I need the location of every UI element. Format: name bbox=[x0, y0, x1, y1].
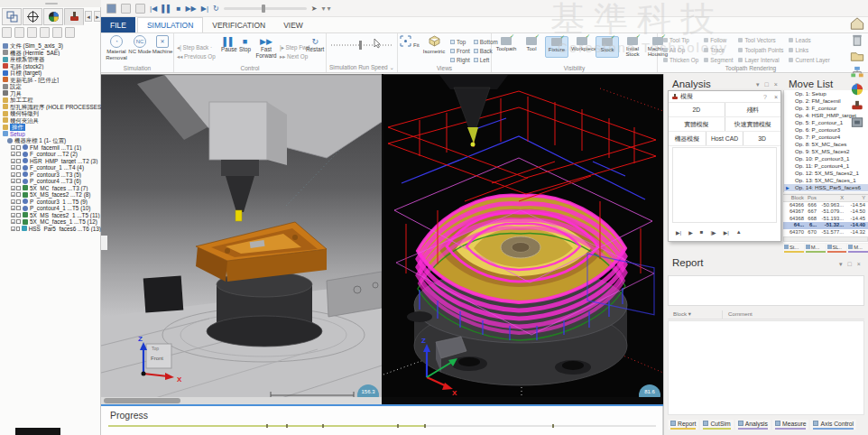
qa-open-icon[interactable] bbox=[121, 4, 131, 14]
qa-fast-forward-icon[interactable]: ▶▶ bbox=[185, 4, 196, 14]
move-panel-tab[interactable]: St... bbox=[783, 244, 804, 253]
qa-dropdown-icon[interactable]: ▾ ▾ bbox=[321, 4, 330, 14]
ribbon-tab[interactable]: FILE bbox=[101, 17, 135, 32]
move-panel-tab[interactable]: M... bbox=[805, 244, 826, 253]
tree-item[interactable]: + P_contour3 ...T3 (5) bbox=[0, 171, 101, 179]
sim-mode-button[interactable]: Host CAD bbox=[706, 132, 744, 145]
dialog-titlebar[interactable]: 模擬 ? × bbox=[669, 91, 780, 103]
checkbox[interactable] bbox=[16, 159, 21, 163]
tree-item[interactable]: + 座標系管理器 bbox=[0, 56, 101, 63]
sim-mode-button[interactable]: 機器模擬 bbox=[669, 132, 706, 145]
expander-icon[interactable]: + bbox=[11, 199, 15, 204]
tree-item[interactable]: + 毛胚 (stock2) bbox=[0, 63, 101, 70]
checkbox[interactable] bbox=[16, 172, 21, 177]
move-list-item[interactable]: Op. 13: 5X_MC_faces_1 bbox=[784, 177, 868, 184]
move-list-item[interactable]: Op. 8: 5X_MC_faces bbox=[784, 141, 868, 148]
sidebar-grip[interactable] bbox=[45, 3, 58, 5]
tree-item[interactable]: + 型孔辨識程序 (HOLE PROCESSES - SOLID...) bbox=[0, 104, 101, 111]
tree-item[interactable]: + 加工工程 bbox=[0, 97, 101, 104]
tool-icon[interactable] bbox=[849, 98, 865, 113]
rendering-option[interactable]: Leads bbox=[789, 35, 830, 45]
move-table-row[interactable]: 64... 6... -51.32... -14.40 bbox=[783, 222, 868, 229]
col-pos[interactable]: Pos bbox=[805, 195, 817, 201]
tree-item[interactable]: + 5X_MC_faces_1 ...T5 (12) bbox=[0, 218, 101, 226]
move-list-item[interactable]: Op. 10: P_contour3_1 bbox=[784, 155, 868, 162]
qa-step-back-icon[interactable]: |◀ bbox=[150, 4, 157, 14]
rendering-option[interactable]: Toolpath Points bbox=[738, 45, 783, 55]
move-table-row[interactable]: 64370 670 -51.577... -14.32 bbox=[783, 229, 868, 236]
bottom-panel-tab[interactable]: Analysis bbox=[735, 420, 771, 430]
bottom-panel-tab[interactable]: Report bbox=[668, 420, 698, 430]
speed-slider-track[interactable] bbox=[331, 44, 393, 46]
ribbon-tab[interactable]: VIEW bbox=[274, 17, 312, 32]
tree-item[interactable]: + 設定 bbox=[0, 83, 101, 90]
tree-item[interactable]: + HSS_Par5_faces6 ...T6 (13) bbox=[0, 226, 101, 233]
tab-parts[interactable] bbox=[2, 8, 22, 25]
playback-button[interactable]: ▶| bbox=[724, 229, 729, 236]
tree-item[interactable]: + 目標 (target) bbox=[0, 69, 101, 77]
expander-icon[interactable]: + bbox=[11, 172, 15, 177]
expander-icon[interactable]: + bbox=[11, 227, 15, 231]
template-icon[interactable] bbox=[40, 27, 50, 38]
move-table-row[interactable]: 64367 667 -51.079... -14.50 bbox=[783, 208, 868, 216]
dialog-help-button[interactable]: ? bbox=[763, 94, 767, 100]
home-icon[interactable] bbox=[849, 16, 865, 31]
expander-icon[interactable]: + bbox=[11, 219, 15, 224]
fast-forward-button[interactable]: ▶▶ Fast Forward bbox=[254, 36, 279, 59]
report-panel-controls[interactable]: ▾ □ × bbox=[839, 261, 863, 268]
app-grid-icon[interactable] bbox=[106, 4, 116, 14]
qa-restart-icon[interactable]: ↻ bbox=[213, 4, 219, 14]
tree-item[interactable]: + 5X_MC_faces ...T3 (7) bbox=[0, 185, 101, 192]
tree-item[interactable]: + F_contour_1 ...T4 (4) bbox=[0, 164, 101, 171]
expander-icon[interactable]: + bbox=[11, 179, 15, 183]
checkbox[interactable] bbox=[16, 199, 21, 204]
rendering-option[interactable]: Tool Vectors bbox=[738, 35, 783, 45]
checkbox[interactable] bbox=[16, 219, 21, 224]
checkbox[interactable] bbox=[16, 152, 21, 156]
bottom-panel-tab[interactable]: Axis Control bbox=[810, 420, 856, 430]
right-viewport-scrollbar[interactable] bbox=[382, 397, 663, 404]
playback-button[interactable]: ▶ bbox=[688, 229, 693, 236]
col-block[interactable]: Block bbox=[783, 195, 805, 201]
col-y[interactable]: Y bbox=[845, 195, 866, 201]
report-col-block[interactable]: Block ▾ bbox=[668, 310, 722, 319]
report-content[interactable] bbox=[668, 275, 864, 306]
next-op-button[interactable]: ▸▸ Next Op bbox=[280, 46, 308, 62]
move-panel-tab[interactable]: M... bbox=[847, 244, 868, 253]
previous-op-button[interactable]: ◂◂ Previous Op bbox=[177, 46, 216, 62]
tab-render[interactable] bbox=[43, 8, 63, 25]
move-list-item[interactable]: Op. 14: HSS_Par5_faces6 bbox=[784, 184, 868, 191]
qa-step-forward-icon[interactable]: ▶| bbox=[201, 4, 208, 14]
rendering-option[interactable]: Layer Interval bbox=[738, 55, 783, 65]
move-list-item[interactable]: Op. 9: 5X_MS_faces2 bbox=[784, 148, 868, 155]
folder-icon[interactable] bbox=[849, 49, 865, 63]
rendering-option[interactable]: Trace bbox=[704, 45, 733, 55]
pause-button[interactable]: ▌▌ Pause bbox=[221, 36, 237, 53]
rendering-option[interactable]: Links bbox=[789, 45, 830, 55]
machine-simulation-viewport[interactable]: Front Top Z X 156.3mm bbox=[101, 74, 382, 397]
tree-item[interactable]: + P_contour3_1 ...T5 (9) bbox=[0, 199, 101, 206]
move-panel-tab[interactable]: SL.. bbox=[826, 244, 847, 253]
sim-mode-button[interactable]: 3D bbox=[743, 132, 780, 145]
move-list-item[interactable]: Op. 11: P_contour4_1 bbox=[784, 162, 868, 170]
tree-item[interactable]: + 更新毛胚 - [已停止] bbox=[0, 77, 101, 84]
visibility-toggle-button[interactable]: Stock bbox=[596, 36, 619, 58]
sim-mode-button[interactable]: 殘料 bbox=[725, 103, 781, 116]
org-chart-icon[interactable] bbox=[849, 65, 865, 79]
checkbox[interactable] bbox=[16, 213, 21, 218]
tree-item[interactable]: + FM_facemil ...T1 (1) bbox=[0, 144, 101, 152]
ribbon-tab[interactable]: SIMULATION bbox=[137, 17, 203, 32]
tree-item[interactable]: + Setup bbox=[0, 131, 101, 138]
ribbon-tab[interactable]: VERIFICATION bbox=[203, 17, 274, 32]
tree-item[interactable]: + P_contour4_1 ...T5 (10) bbox=[0, 205, 101, 212]
view-direction-button[interactable]: Front bbox=[450, 46, 470, 55]
visibility-toggle-button[interactable]: Tool bbox=[520, 36, 543, 58]
speed-slider-thumb[interactable] bbox=[359, 41, 362, 50]
playback-button[interactable]: ▶| bbox=[676, 229, 681, 236]
playback-button[interactable]: |▶ bbox=[710, 229, 716, 236]
report-col-comment[interactable]: Comment bbox=[722, 310, 753, 319]
tree-item[interactable]: + 幾何特徵列 bbox=[0, 110, 101, 117]
analysis-panel-controls[interactable]: ▾ □ × bbox=[756, 81, 780, 88]
checkbox[interactable] bbox=[16, 192, 21, 197]
visibility-toggle-button[interactable]: Fixture bbox=[545, 36, 568, 58]
